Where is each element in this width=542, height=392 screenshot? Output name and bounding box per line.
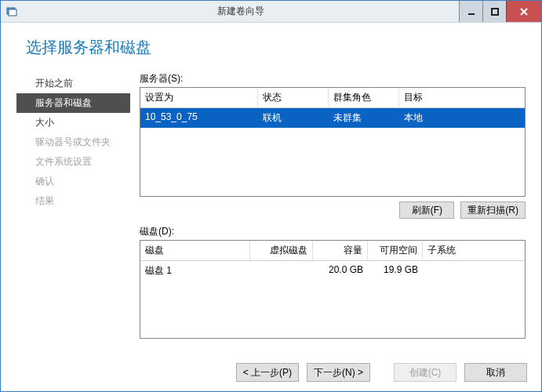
close-button[interactable] bbox=[506, 1, 541, 22]
app-icon bbox=[5, 5, 18, 18]
rescan-button[interactable]: 重新扫描(R) bbox=[460, 201, 526, 219]
disk-name: 磁盘 1 bbox=[140, 261, 250, 281]
servers-grid[interactable]: 设置为 状态 群集角色 目标 10_53_0_75 联机 未群集 本地 bbox=[140, 87, 526, 197]
nav-confirm: 确认 bbox=[16, 172, 130, 191]
servers-col-status[interactable]: 状态 bbox=[258, 88, 329, 107]
create-button: 创建(C) bbox=[394, 363, 457, 382]
disk-virtual bbox=[250, 261, 313, 281]
server-target: 本地 bbox=[399, 108, 525, 128]
nav-before-begin[interactable]: 开始之前 bbox=[16, 74, 130, 93]
servers-col-target[interactable]: 目标 bbox=[399, 88, 525, 107]
titlebar: 新建卷向导 bbox=[1, 1, 541, 23]
wizard-footer: < 上一步(P) 下一步(N) > 创建(C) 取消 bbox=[1, 354, 541, 391]
page-title: 选择服务器和磁盘 bbox=[26, 37, 526, 58]
server-name: 10_53_0_75 bbox=[140, 108, 258, 128]
disks-label: 磁盘(D): bbox=[140, 225, 526, 238]
server-cluster-role: 未群集 bbox=[329, 108, 399, 128]
servers-col-cluster[interactable]: 群集角色 bbox=[329, 88, 399, 107]
disk-capacity: 20.0 GB bbox=[313, 261, 368, 281]
disks-col-capacity[interactable]: 容量 bbox=[313, 241, 368, 260]
disk-row[interactable]: 磁盘 1 20.0 GB 19.9 GB bbox=[140, 261, 525, 281]
nav-server-disk[interactable]: 服务器和磁盘 bbox=[16, 93, 130, 113]
servers-col-provision[interactable]: 设置为 bbox=[140, 88, 258, 107]
disks-col-free[interactable]: 可用空间 bbox=[368, 241, 423, 260]
disks-col-subsystem[interactable]: 子系统 bbox=[423, 241, 525, 260]
next-button[interactable]: 下一步(N) > bbox=[307, 363, 370, 382]
disk-free: 19.9 GB bbox=[368, 261, 423, 281]
disks-col-disk[interactable]: 磁盘 bbox=[140, 241, 250, 260]
disk-subsystem bbox=[423, 261, 525, 281]
previous-button[interactable]: < 上一步(P) bbox=[236, 363, 299, 382]
nav-result: 结果 bbox=[16, 191, 130, 211]
disks-grid[interactable]: 磁盘 虚拟磁盘 容量 可用空间 子系统 磁盘 1 20.0 GB 19.9 GB bbox=[140, 240, 526, 339]
nav-filesystem: 文件系统设置 bbox=[16, 152, 130, 172]
refresh-button[interactable]: 刷新(F) bbox=[399, 201, 454, 219]
disks-col-virtual[interactable]: 虚拟磁盘 bbox=[250, 241, 313, 260]
server-row[interactable]: 10_53_0_75 联机 未群集 本地 bbox=[140, 108, 525, 128]
main-panel: 服务器(S): 设置为 状态 群集角色 目标 10_53_0_75 联机 未群集… bbox=[130, 72, 526, 354]
disks-header: 磁盘 虚拟磁盘 容量 可用空间 子系统 bbox=[140, 241, 525, 261]
servers-button-row: 刷新(F) 重新扫描(R) bbox=[140, 197, 526, 225]
nav-drive-letter: 驱动器号或文件夹 bbox=[16, 132, 130, 152]
wizard-window: 新建卷向导 选择服务器和磁盘 开始之前 服务器和磁盘 大小 驱动器号或文件夹 文… bbox=[0, 0, 542, 392]
window-buttons bbox=[459, 1, 541, 22]
nav-size[interactable]: 大小 bbox=[16, 113, 130, 132]
window-title: 新建卷向导 bbox=[23, 5, 459, 18]
cancel-button[interactable]: 取消 bbox=[464, 363, 527, 382]
servers-header: 设置为 状态 群集角色 目标 bbox=[140, 88, 525, 108]
servers-label: 服务器(S): bbox=[140, 72, 526, 85]
wizard-nav: 开始之前 服务器和磁盘 大小 驱动器号或文件夹 文件系统设置 确认 结果 bbox=[16, 72, 130, 354]
svg-rect-3 bbox=[492, 9, 498, 15]
body: 开始之前 服务器和磁盘 大小 驱动器号或文件夹 文件系统设置 确认 结果 服务器… bbox=[16, 72, 526, 354]
content-area: 选择服务器和磁盘 开始之前 服务器和磁盘 大小 驱动器号或文件夹 文件系统设置 … bbox=[1, 23, 541, 354]
server-status: 联机 bbox=[258, 108, 329, 128]
minimize-button[interactable] bbox=[459, 1, 482, 22]
svg-rect-1 bbox=[9, 9, 16, 16]
maximize-button[interactable] bbox=[482, 1, 506, 22]
